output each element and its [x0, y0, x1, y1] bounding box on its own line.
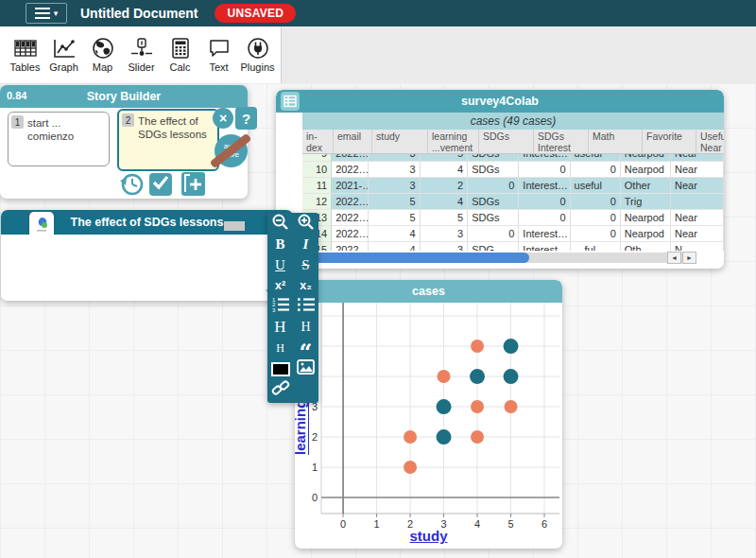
table-cell[interactable]: 2022…	[332, 242, 369, 251]
table-cell[interactable]: Nearpod	[621, 210, 671, 226]
table-cell[interactable]: 3	[369, 178, 421, 194]
table-cell[interactable]: 0	[468, 178, 519, 194]
column-header[interactable]: SDGs	[479, 130, 534, 154]
table-cell[interactable]: 0	[571, 226, 621, 242]
scroll-right-button[interactable]: ►	[682, 252, 696, 264]
table-cell[interactable]: 0	[571, 210, 621, 226]
table-cell[interactable]: N…	[671, 242, 724, 251]
table-cell[interactable]: Near	[671, 178, 724, 194]
close-moment-button[interactable]: ×	[213, 108, 233, 129]
index-cell[interactable]: 10	[302, 162, 332, 178]
table-cell[interactable]: 5	[421, 154, 468, 162]
table-cell[interactable]: 0	[519, 194, 570, 210]
column-header[interactable]: in- dex	[302, 130, 334, 154]
bold-button[interactable]: B	[267, 234, 293, 254]
table-cell[interactable]: Near	[671, 154, 724, 162]
moment-card-2[interactable]: 2 The effect of SDGs lessons	[117, 109, 219, 171]
zoom-out-button[interactable]	[267, 213, 293, 234]
help-button[interactable]: ?	[235, 107, 257, 130]
table-cell[interactable]: Interest…	[519, 154, 570, 162]
column-header[interactable]: Useful Near	[696, 130, 724, 154]
table-row[interactable]: 112021-…320Interest…usefulOtherNear	[302, 178, 724, 194]
x-axis-label[interactable]: study	[295, 528, 562, 545]
column-header[interactable]: Math	[589, 130, 643, 154]
map-button[interactable]: Map	[83, 29, 122, 80]
table-cell[interactable]: SDGs	[468, 162, 519, 178]
table-cell[interactable]: 2022…	[332, 154, 369, 162]
table-cell[interactable]: 5	[369, 210, 421, 226]
table-cell[interactable]: Interest…	[519, 178, 570, 194]
table-cell[interactable]: Near	[671, 162, 724, 178]
table-cell[interactable]	[671, 194, 724, 210]
column-header[interactable]: SDGs Interest	[534, 130, 589, 154]
table-row[interactable]: 122022…54SDGs00Trig	[302, 194, 724, 210]
index-cell[interactable]: 12	[302, 194, 332, 210]
table-cell[interactable]: Nearpod	[621, 154, 671, 162]
table-cell[interactable]: 2022…	[332, 162, 369, 178]
table-cell[interactable]: Trig	[621, 194, 671, 210]
table-row[interactable]: 152022…43SDG…Interest……fulOth…N…	[302, 242, 724, 251]
story-builder-titlebar[interactable]: Story Builder	[0, 85, 248, 108]
table-cell[interactable]: Oth…	[621, 242, 671, 251]
ordered-list-button[interactable]: 123	[267, 296, 293, 317]
table-cell[interactable]: SDGs	[468, 154, 519, 162]
table-cell[interactable]: 4	[421, 162, 468, 178]
table-cell[interactable]: 5	[369, 194, 421, 210]
text-editor-content[interactable]	[1, 235, 293, 301]
table-cell[interactable]: Interest…	[519, 242, 570, 251]
superscript-button[interactable]: x²	[267, 275, 293, 296]
table-cell[interactable]: 2021-…	[332, 178, 369, 194]
table-row[interactable]: 142022…430Interest…0NearpodNear	[302, 226, 724, 242]
data-point[interactable]	[437, 429, 452, 445]
scrollbar-thumb[interactable]	[304, 253, 529, 263]
data-point[interactable]	[438, 370, 451, 383]
hamburger-menu-button[interactable]: ▾	[26, 3, 67, 24]
heading-medium-button[interactable]: H	[293, 317, 318, 338]
table-cell[interactable]: 0	[468, 226, 519, 242]
table-cell[interactable]: 2	[421, 178, 468, 194]
data-point[interactable]	[471, 430, 484, 444]
table-cell[interactable]: Interest…	[519, 226, 570, 242]
data-point[interactable]	[471, 400, 484, 413]
table-row[interactable]: 92022…35SDGsInterest…usefulNearpodNear	[302, 154, 724, 162]
column-header[interactable]: email	[334, 130, 372, 154]
table-cell[interactable]: 0	[519, 210, 570, 226]
table-cell[interactable]: 2022…	[332, 210, 369, 226]
text-button[interactable]: Text	[199, 29, 238, 80]
table-cell[interactable]: 4	[369, 242, 421, 251]
table-cell[interactable]: 2022…	[332, 194, 369, 210]
insert-image-button[interactable]	[293, 358, 318, 379]
horizontal-scrollbar[interactable]	[304, 253, 696, 263]
strikethrough-button[interactable]: S	[293, 254, 318, 275]
data-point[interactable]	[470, 369, 485, 384]
scroll-left-button[interactable]: ◄	[667, 252, 681, 264]
table-row[interactable]: 102022…34SDGs00NearpodNear	[302, 162, 724, 178]
heading-large-button[interactable]: H	[267, 317, 293, 338]
graph-titlebar[interactable]: cases	[295, 280, 562, 303]
history-button[interactable]	[119, 171, 145, 201]
italic-button[interactable]: I	[293, 234, 318, 254]
table-cell[interactable]: 0	[519, 162, 570, 178]
underline-button[interactable]: U	[267, 254, 293, 275]
data-point[interactable]	[404, 430, 417, 444]
column-header[interactable]: learning ...vement	[428, 130, 479, 154]
confirm-button[interactable]	[149, 173, 172, 196]
table-cell[interactable]: SDG…	[468, 242, 519, 251]
table-cell[interactable]: 3	[369, 162, 421, 178]
table-cell[interactable]: 3	[369, 154, 421, 162]
index-cell[interactable]: 11	[302, 178, 332, 194]
table-cell[interactable]: Nearpod	[621, 226, 671, 242]
scatter-plot[interactable]: 01234560123456	[308, 303, 562, 530]
table-cell[interactable]: …ful	[571, 242, 621, 251]
table-cell[interactable]: useful	[571, 154, 621, 162]
case-table-titlebar[interactable]: survey4Colab	[276, 90, 724, 113]
table-cell[interactable]: 5	[421, 210, 468, 226]
graph-button[interactable]: Graph	[44, 29, 83, 80]
bullet-list-button[interactable]	[293, 296, 318, 317]
table-cell[interactable]: Near	[671, 210, 724, 226]
code-block-button[interactable]	[267, 358, 293, 379]
calc-button[interactable]: Calc	[161, 29, 199, 80]
data-point[interactable]	[504, 339, 519, 354]
insert-link-button[interactable]	[267, 379, 293, 400]
table-cell[interactable]: Other	[621, 178, 671, 194]
